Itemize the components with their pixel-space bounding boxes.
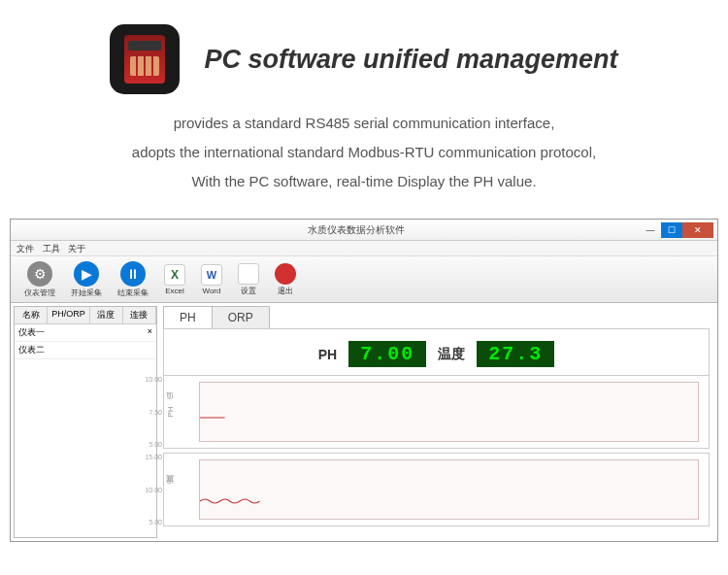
window-title: 水质仪表数据分析软件 <box>73 223 640 237</box>
gear-icon: ⚙ <box>27 261 52 287</box>
temp-trace <box>200 499 260 503</box>
device-list-panel: 名称 PH/ORP 温度 连接 仪表一 × 仪表二 <box>14 306 157 538</box>
settings-icon: ⚒ <box>238 263 259 285</box>
temp-value-display: 27.3 <box>477 341 554 367</box>
desc-line: provides a standard RS485 serial communi… <box>39 109 689 138</box>
toolbar-stop-button[interactable]: ⏸ 结束采集 <box>112 259 154 300</box>
temp-label: 温度 <box>438 346 465 363</box>
window-titlebar: 水质仪表数据分析软件 — ☐ ✕ <box>11 220 717 241</box>
page-title: PC software unified management <box>204 45 617 75</box>
excel-icon: X <box>164 264 185 286</box>
description-block: provides a standard RS485 serial communi… <box>0 109 728 211</box>
toolbar-manage-button[interactable]: ⚙ 仪表管理 <box>18 259 61 300</box>
device-row[interactable]: 仪表一 × <box>15 324 156 342</box>
chart-ylabel: PH值 <box>166 406 177 417</box>
pause-icon: ⏸ <box>120 261 146 287</box>
toolbar-start-button[interactable]: ▶ 开始采集 <box>65 259 108 300</box>
reading-display-bar: PH 7.00 温度 27.3 <box>163 328 710 375</box>
temp-chart: 温度 15.00 10.00 5.00 <box>163 453 710 526</box>
software-screenshot: 水质仪表数据分析软件 — ☐ ✕ 文件 工具 关于 ⚙ 仪表管理 ▶ 开始采集 … <box>10 219 718 542</box>
desc-line: With the PC software, real-time Display … <box>39 167 689 196</box>
maximize-button[interactable]: ☐ <box>661 222 682 238</box>
exit-icon <box>275 263 296 285</box>
word-icon: W <box>201 264 222 286</box>
app-icon <box>110 24 180 94</box>
menu-about[interactable]: 关于 <box>68 244 85 254</box>
play-icon: ▶ <box>74 261 99 287</box>
device-row[interactable]: 仪表二 <box>15 342 156 359</box>
toolbar-settings-button[interactable]: ⚒ 设置 <box>232 261 265 298</box>
tab-orp[interactable]: ORP <box>212 306 270 328</box>
close-button[interactable]: ✕ <box>682 222 713 238</box>
menu-tools[interactable]: 工具 <box>43 244 60 254</box>
col-phorp: PH/ORP <box>48 307 90 323</box>
toolbar-exit-button[interactable]: 退出 <box>269 261 302 298</box>
minimize-button[interactable]: — <box>640 222 661 238</box>
col-temp: 温度 <box>90 307 123 323</box>
col-name: 名称 <box>15 307 48 323</box>
col-conn: 连接 <box>123 307 156 323</box>
ph-label: PH <box>318 347 337 362</box>
desc-line: adopts the international standard Modbus… <box>39 138 689 167</box>
toolbar-excel-button[interactable]: X Excel <box>158 262 191 297</box>
toolbar: ⚙ 仪表管理 ▶ 开始采集 ⏸ 结束采集 X Excel W Word ⚒ 设置… <box>11 256 717 303</box>
tab-ph[interactable]: PH <box>163 306 213 328</box>
menu-file[interactable]: 文件 <box>17 244 34 254</box>
toolbar-word-button[interactable]: W Word <box>195 262 228 297</box>
menu-bar: 文件 工具 关于 <box>11 241 717 256</box>
ph-value-display: 7.00 <box>348 341 426 367</box>
ph-chart: PH值 10.00 7.50 5.00 <box>163 375 710 449</box>
